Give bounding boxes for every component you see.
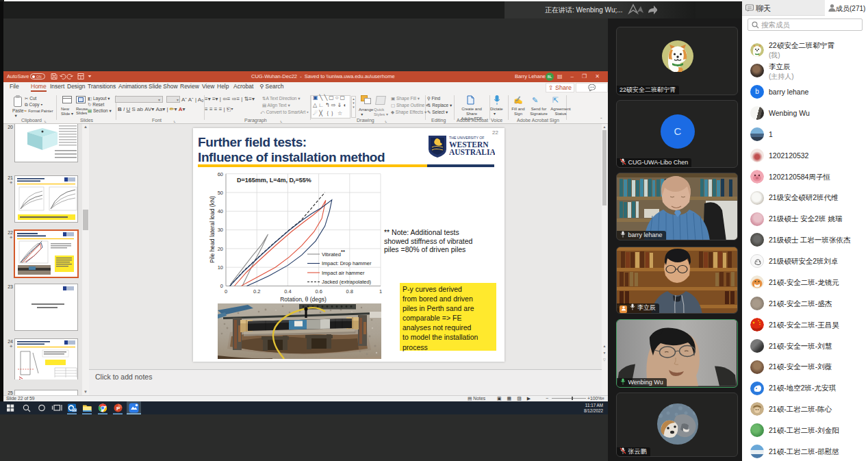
svg-text:Impact: Drop hammer: Impact: Drop hammer [322,260,372,266]
svg-text:Pile head lateral load (kN): Pile head lateral load (kN) [209,196,216,263]
svg-text:THE UNIVERSITY OF: THE UNIVERSITY OF [449,136,485,140]
svg-text:D=165mm, L=4m, Dr=55%: D=165mm, L=4m, Dr=55% [237,177,311,184]
svg-text:Impact air hammer: Impact air hammer [322,270,365,276]
svg-text:0: 0 [220,283,223,289]
svg-text:50: 50 [218,190,223,196]
svg-text:0.4: 0.4 [284,288,291,295]
svg-text:40: 40 [218,208,223,214]
svg-text:0.2: 0.2 [253,288,260,295]
svg-text:30: 30 [218,227,223,233]
svg-text:Rotation, θ (degs): Rotation, θ (degs) [280,296,327,303]
svg-text:0.8: 0.8 [346,288,353,295]
svg-text:10: 10 [218,264,223,271]
svg-text:AUSTRALIA: AUSTRALIA [449,148,495,156]
svg-text:60: 60 [218,171,223,177]
svg-text:0.6: 0.6 [315,288,322,295]
svg-text:8/12/2022: 8/12/2022 [584,408,604,413]
svg-text:1: 1 [379,288,382,295]
svg-text:Vibrated: Vibrated [322,251,341,258]
svg-text:0: 0 [225,288,227,295]
svg-text:**: ** [341,249,345,255]
svg-text:20: 20 [218,246,223,252]
svg-text:Jacked (extrapolated): Jacked (extrapolated) [322,279,372,285]
svg-text:11:17 AM: 11:17 AM [585,403,603,408]
svg-text:P: P [116,406,120,412]
